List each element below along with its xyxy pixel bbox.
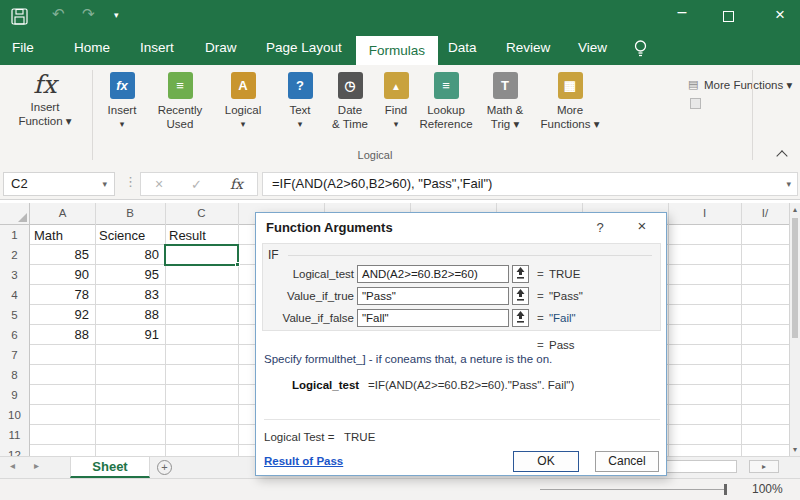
cell-a4[interactable]: 78 xyxy=(30,285,92,305)
cancel-entry-icon[interactable]: × xyxy=(155,176,163,192)
collapse-dialog-icon[interactable] xyxy=(512,309,529,327)
zoom-slider[interactable] xyxy=(540,489,726,490)
next-sheet-icon[interactable]: ▸ xyxy=(34,460,39,471)
ribbon-button-insert[interactable]: fx Insert ▾ xyxy=(98,72,146,164)
row-header[interactable]: 9 xyxy=(0,385,29,405)
icon-glyph: ≡ xyxy=(176,78,184,93)
column-header-j[interactable]: I/ xyxy=(741,203,789,224)
vertical-scroll-thumb[interactable] xyxy=(792,218,798,338)
sheet-tab[interactable]: Sheet xyxy=(70,457,150,478)
collapse-dialog-icon[interactable] xyxy=(512,265,529,283)
cell-a2[interactable]: 85 xyxy=(30,245,92,265)
ribbon-button-logical[interactable]: A Logical ▾ xyxy=(216,72,270,164)
confirm-entry-icon[interactable]: ✓ xyxy=(191,177,202,192)
row-header[interactable]: 12 xyxy=(0,445,29,456)
column-header-i[interactable]: I xyxy=(668,203,741,224)
gridline xyxy=(668,203,669,456)
more-functions-top-button[interactable]: More Functions ▾ xyxy=(704,78,792,92)
logical-test-input[interactable]: AND(A2>=60.B2>=60) xyxy=(357,265,509,283)
scroll-down-icon[interactable]: ▾ xyxy=(790,445,800,454)
row-header[interactable]: 3 xyxy=(0,265,29,285)
fill-handle[interactable] xyxy=(235,262,240,267)
scroll-up-icon[interactable]: ▴ xyxy=(790,205,800,214)
help-link[interactable]: Result of Pass xyxy=(264,455,343,467)
cell-b1[interactable]: Science xyxy=(99,226,145,245)
quick-access-dropdown-icon[interactable]: ▾ xyxy=(114,10,119,20)
row-header[interactable]: 10 xyxy=(0,405,29,425)
insert-function-button[interactable]: fx Insert Function ▾ xyxy=(2,70,88,162)
collapse-dialog-icon[interactable] xyxy=(512,287,529,305)
cell-b2[interactable]: 80 xyxy=(95,245,162,265)
ribbon-button-text[interactable]: ? Text ▾ xyxy=(278,72,322,164)
name-box-dropdown-icon[interactable]: ▾ xyxy=(102,173,107,195)
row-header[interactable]: 7 xyxy=(0,345,29,365)
column-header-b[interactable]: B xyxy=(95,203,165,224)
close-button[interactable]: × xyxy=(764,5,796,25)
cell-b3[interactable]: 95 xyxy=(95,265,162,285)
row-header[interactable]: 11 xyxy=(0,425,29,445)
insert-function-fx-icon[interactable]: fx xyxy=(230,176,243,192)
ok-button[interactable]: OK xyxy=(513,451,579,472)
tell-me-lightbulb-icon[interactable] xyxy=(633,39,648,59)
row-header[interactable]: 6 xyxy=(0,325,29,345)
tab-formulas[interactable]: Formulas xyxy=(356,36,438,65)
ribbon-button-math-trig[interactable]: T Math & Trig ▾ xyxy=(478,72,532,164)
row-header[interactable]: 2 xyxy=(0,245,29,265)
ribbon-button-label2: Reference xyxy=(416,117,476,131)
row-header[interactable]: 1 xyxy=(0,225,29,245)
tab-data[interactable]: Data xyxy=(448,40,477,55)
prev-sheet-icon[interactable]: ◂ xyxy=(10,460,15,471)
add-sheet-button[interactable]: + xyxy=(157,460,172,475)
dialog-title: Function Arguments xyxy=(266,220,393,235)
cell-a5[interactable]: 92 xyxy=(30,305,92,325)
tab-insert[interactable]: Insert xyxy=(140,40,174,55)
dialog-help-button[interactable]: ? xyxy=(592,220,608,235)
row-header[interactable]: 8 xyxy=(0,365,29,385)
scroll-right-icon[interactable]: ▸ xyxy=(749,460,779,473)
cell-b4[interactable]: 83 xyxy=(95,285,162,305)
row-header[interactable]: 4 xyxy=(0,285,29,305)
formula-input[interactable]: =IF(AND(A2>60,B2>60), "Pass",'Fail") ▾ xyxy=(262,172,798,196)
dialog-close-button[interactable]: × xyxy=(632,217,652,234)
ribbon-separator xyxy=(752,70,753,160)
horizontal-scrollbar[interactable] xyxy=(663,460,737,473)
value-if-true-input[interactable]: "Pass" xyxy=(357,287,509,305)
tab-view[interactable]: View xyxy=(578,40,607,55)
tab-file[interactable]: File xyxy=(12,40,34,55)
cell-b6[interactable]: 91 xyxy=(95,325,162,345)
undo-icon[interactable]: ↶ xyxy=(52,5,65,23)
ribbon-button-label2: Trig ▾ xyxy=(478,117,532,131)
select-all-corner[interactable] xyxy=(0,203,30,225)
zoom-level[interactable]: 100% xyxy=(752,482,783,496)
row-header[interactable]: 5 xyxy=(0,305,29,325)
cell-a1[interactable]: Math xyxy=(34,226,63,245)
maximize-button[interactable] xyxy=(723,11,734,22)
tab-review[interactable]: Review xyxy=(506,40,550,55)
tab-home[interactable]: Home xyxy=(74,40,110,55)
formula-bar-expand-icon[interactable]: ▾ xyxy=(786,173,791,195)
redo-icon[interactable]: ↷ xyxy=(82,5,95,23)
cell-c1[interactable]: Result xyxy=(169,226,206,245)
cell-b5[interactable]: 88 xyxy=(95,305,162,325)
minimize-button[interactable]: – xyxy=(666,3,698,21)
value-if-false-input[interactable]: "Fall" xyxy=(357,309,509,327)
cancel-button[interactable]: Cancel xyxy=(595,451,659,472)
tab-draw[interactable]: Draw xyxy=(205,40,237,55)
column-header-c[interactable]: C xyxy=(165,203,238,224)
ribbon-small-square-icon[interactable] xyxy=(690,98,701,109)
save-icon[interactable] xyxy=(11,8,28,25)
cell-a3[interactable]: 90 xyxy=(30,265,92,285)
ribbon-button-recently-used[interactable]: ≡ Recently Used xyxy=(148,72,212,164)
vertical-scrollbar[interactable]: ▴ ▾ xyxy=(789,203,800,456)
name-box[interactable]: C2 ▾ xyxy=(3,172,115,196)
tab-page-layout[interactable]: Page Layout xyxy=(266,40,342,55)
column-header-a[interactable]: A xyxy=(30,203,95,224)
tab-formulas-label: Formulas xyxy=(369,43,425,58)
cell-a6[interactable]: 88 xyxy=(30,325,92,345)
selected-cell-c2[interactable] xyxy=(164,244,239,266)
equals-sign: = xyxy=(537,268,544,280)
zoom-slider-thumb[interactable] xyxy=(724,484,727,495)
collapse-ribbon-icon[interactable] xyxy=(776,150,787,161)
ribbon-button-more-functions[interactable]: ▦ More Functions ▾ xyxy=(534,72,606,164)
ribbon-button-lookup-reference[interactable]: ≡ Lookup Reference xyxy=(416,72,476,164)
